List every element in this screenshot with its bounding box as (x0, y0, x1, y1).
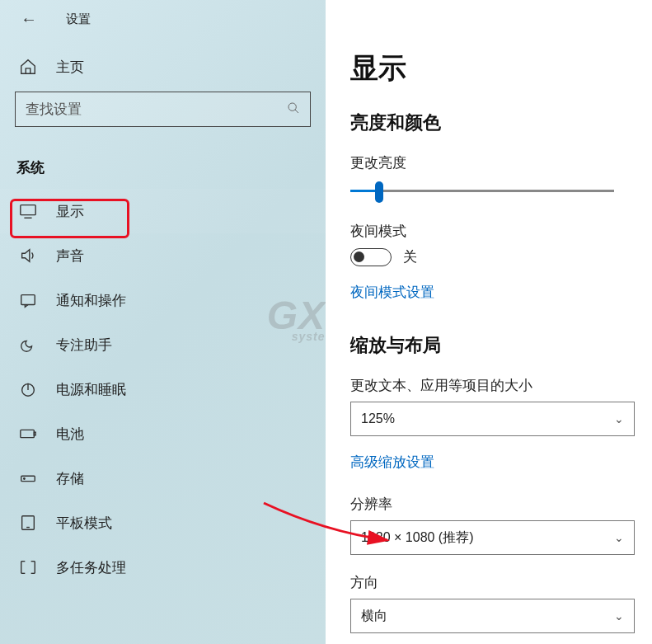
search-input[interactable] (26, 101, 287, 118)
category-header: 系统 (0, 143, 326, 189)
svg-rect-2 (21, 205, 35, 215)
sound-icon (18, 246, 38, 266)
search-icon (287, 101, 300, 118)
focus-icon (18, 335, 38, 355)
sidebar-item-label: 通知和操作 (56, 291, 126, 310)
main-panel: 显示 亮度和颜色 更改亮度 夜间模式 关 夜间模式设置 缩放与布局 更改文本、应… (326, 0, 652, 644)
tablet-icon (18, 513, 38, 533)
scale-dropdown[interactable]: 125% ⌄ (350, 402, 635, 436)
resolution-dropdown[interactable]: 1920 × 1080 (推荐) ⌄ (350, 520, 635, 555)
battery-icon (18, 424, 38, 444)
multitask-icon (18, 557, 38, 577)
scale-label: 更改文本、应用等项目的大小 (350, 376, 636, 395)
notification-icon (18, 290, 38, 310)
night-mode-state: 关 (403, 247, 417, 266)
night-mode-settings-link[interactable]: 夜间模式设置 (350, 283, 434, 302)
sidebar-item-label: 平板模式 (56, 514, 112, 533)
sidebar-item-battery[interactable]: 电池 (0, 411, 326, 456)
resolution-value: 1920 × 1080 (推荐) (361, 529, 474, 547)
svg-rect-8 (34, 432, 35, 435)
sidebar-item-label: 专注助手 (56, 336, 112, 355)
orientation-value: 横向 (361, 608, 387, 625)
section-brightness-title: 亮度和颜色 (350, 110, 636, 135)
night-mode-label: 夜间模式 (350, 222, 636, 241)
scale-value: 125% (361, 411, 395, 426)
orientation-label: 方向 (350, 573, 636, 592)
home-icon (18, 57, 38, 77)
slider-thumb[interactable] (375, 181, 383, 203)
brightness-label: 更改亮度 (350, 153, 636, 172)
sidebar-item-label: 声音 (56, 247, 84, 266)
sidebar-item-storage[interactable]: 存储 (0, 456, 326, 501)
sidebar-item-label: 多任务处理 (56, 558, 126, 577)
sidebar: ← 设置 主页 系统 显示 声音 通知和操作 专 (0, 0, 326, 644)
svg-line-1 (295, 110, 298, 113)
sidebar-item-multitask[interactable]: 多任务处理 (0, 545, 326, 590)
section-scale-title: 缩放与布局 (350, 333, 636, 358)
search-input-wrap[interactable] (15, 92, 311, 127)
night-mode-toggle[interactable] (350, 248, 392, 266)
sidebar-item-label: 显示 (56, 202, 84, 221)
sidebar-item-label: 电池 (56, 425, 84, 444)
sidebar-item-home[interactable]: 主页 (0, 37, 326, 92)
sidebar-item-label: 存储 (56, 469, 84, 488)
svg-rect-7 (21, 430, 35, 437)
home-label: 主页 (56, 58, 84, 77)
advanced-scale-link[interactable]: 高级缩放设置 (350, 453, 434, 472)
brightness-slider[interactable] (350, 179, 614, 204)
sidebar-item-label: 电源和睡眠 (56, 380, 126, 399)
sidebar-item-display[interactable]: 显示 (0, 189, 326, 233)
sidebar-item-sound[interactable]: 声音 (0, 233, 326, 278)
svg-point-0 (288, 103, 296, 110)
display-icon (18, 201, 38, 221)
back-icon[interactable]: ← (21, 10, 37, 29)
chevron-down-icon: ⌄ (614, 412, 624, 425)
storage-icon (18, 468, 38, 488)
chevron-down-icon: ⌄ (614, 609, 624, 623)
sidebar-item-tablet[interactable]: 平板模式 (0, 501, 326, 545)
power-icon (18, 379, 38, 399)
orientation-dropdown[interactable]: 横向 ⌄ (350, 599, 635, 633)
resolution-label: 分辨率 (350, 495, 636, 514)
page-title: 显示 (350, 49, 636, 87)
sidebar-item-focus[interactable]: 专注助手 (0, 322, 326, 367)
settings-header: 设置 (66, 12, 91, 27)
sidebar-item-power[interactable]: 电源和睡眠 (0, 367, 326, 411)
svg-point-10 (24, 478, 25, 479)
sidebar-item-notifications[interactable]: 通知和操作 (0, 278, 326, 322)
svg-rect-4 (21, 295, 35, 305)
chevron-down-icon: ⌄ (614, 531, 624, 544)
